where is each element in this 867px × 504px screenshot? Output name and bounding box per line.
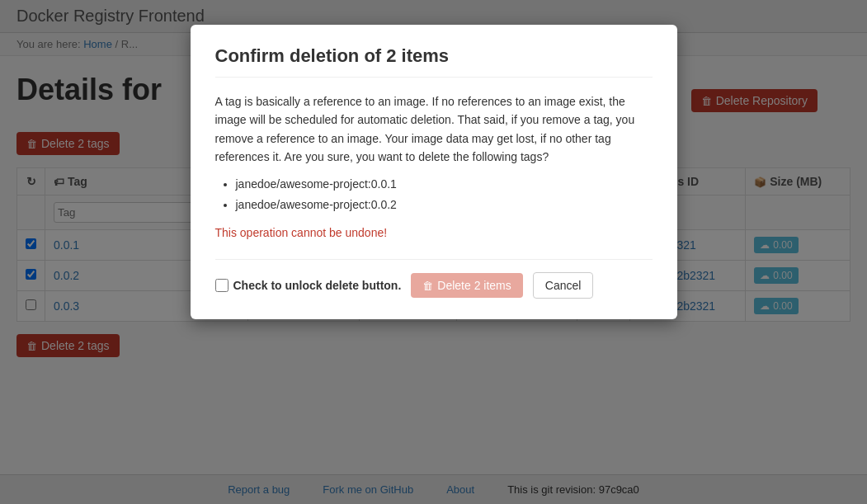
unlock-check-text: Check to unlock delete button. (233, 279, 402, 292)
modal-footer: Check to unlock delete button. Delete 2 … (215, 259, 653, 299)
modal-intro-text: A tag is basically a reference to an ima… (215, 92, 653, 167)
modal-overlay: Confirm deletion of 2 items A tag is bas… (0, 0, 867, 504)
modal-warning: This operation cannot be undone! (215, 224, 653, 242)
modal-item-1: janedoe/awesome-project:0.0.1 (236, 175, 653, 193)
modal-cancel-button[interactable]: Cancel (533, 272, 594, 299)
unlock-check-label[interactable]: Check to unlock delete button. (215, 279, 402, 292)
confirm-delete-modal: Confirm deletion of 2 items A tag is bas… (191, 25, 677, 319)
unlock-checkbox[interactable] (215, 279, 229, 292)
modal-title: Confirm deletion of 2 items (215, 45, 653, 78)
modal-trash-icon (422, 279, 433, 292)
modal-item-2: janedoe/awesome-project:0.0.2 (236, 195, 653, 214)
modal-delete-button[interactable]: Delete 2 items (411, 273, 522, 298)
modal-body: A tag is basically a reference to an ima… (215, 92, 653, 243)
modal-delete-label: Delete 2 items (437, 279, 511, 292)
modal-items-list: janedoe/awesome-project:0.0.1 janedoe/aw… (236, 175, 653, 214)
modal-cancel-label: Cancel (545, 279, 582, 292)
